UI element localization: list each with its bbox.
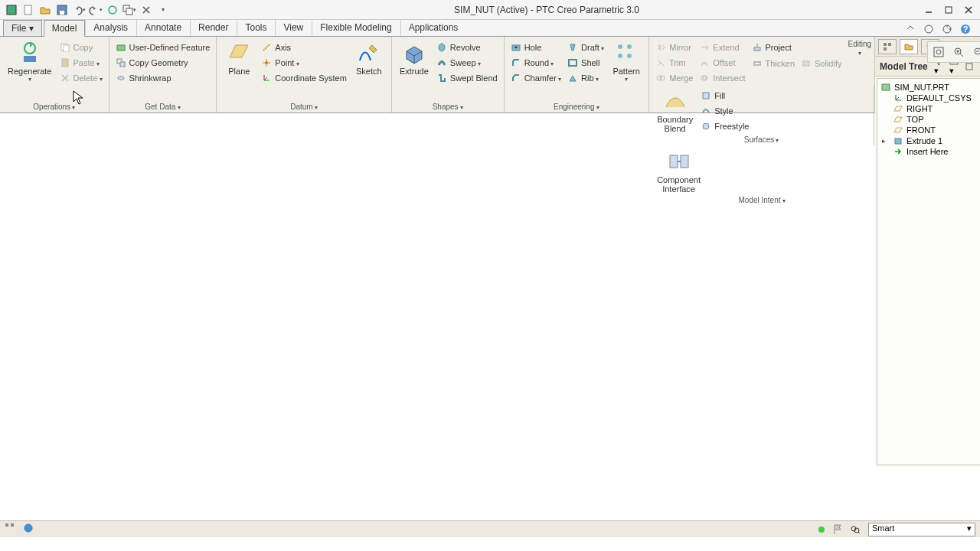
svg-point-46 <box>703 123 709 129</box>
windows-icon[interactable]: ▾ <box>122 3 136 17</box>
regenerate-button[interactable]: Regenerate ▾ <box>3 39 57 102</box>
tab-applications[interactable]: Applications <box>400 19 467 36</box>
tree-item-insert[interactable]: Insert Here <box>879 146 980 157</box>
file-tab[interactable]: File ▾ <box>3 20 42 36</box>
redo-icon[interactable]: ▾ <box>89 3 103 17</box>
qat-dropdown-icon[interactable]: ▾ <box>156 3 170 17</box>
svg-rect-44 <box>803 61 809 66</box>
tree-tab-navigator[interactable] <box>878 39 897 54</box>
copygeom-button[interactable]: Copy Geometry <box>113 56 214 70</box>
sweptblend-button[interactable]: Swept Blend <box>433 71 501 85</box>
shrinkwrap-button[interactable]: Shrinkwrap <box>113 71 214 85</box>
plane-tree-icon <box>893 126 903 135</box>
close-button[interactable] <box>963 5 974 15</box>
group-label-datum[interactable]: Datum <box>217 102 391 112</box>
draft-button[interactable]: Draft <box>564 41 607 54</box>
group-label-surfaces[interactable]: Surfaces <box>649 135 874 145</box>
close-window-icon[interactable] <box>139 3 153 17</box>
chamfer-button[interactable]: Chamfer <box>508 71 564 85</box>
status-flag-icon[interactable] <box>833 524 842 535</box>
help-icon[interactable]: ? <box>960 24 972 36</box>
save-icon[interactable] <box>55 3 69 17</box>
app-menu-icon[interactable] <box>5 3 18 17</box>
svg-rect-55 <box>966 64 972 70</box>
tree-item-extrude1[interactable]: ▸Extrude 1 <box>879 135 980 146</box>
tab-render[interactable]: Render <box>190 19 237 36</box>
group-label-shapes[interactable]: Shapes <box>392 102 504 112</box>
zoomin-icon[interactable] <box>949 44 968 60</box>
rib-button[interactable]: Rib <box>564 71 607 85</box>
extrude-button[interactable]: Extrude <box>395 39 433 102</box>
status-regen-indicator <box>818 526 825 533</box>
merge-button: Merge <box>652 71 696 85</box>
status-browser-icon[interactable] <box>23 523 37 536</box>
refresh-help-icon[interactable] <box>942 24 954 36</box>
sketch-button[interactable]: Sketch <box>350 39 388 102</box>
csys-icon <box>261 73 272 83</box>
refit-icon[interactable] <box>929 44 948 60</box>
round-icon <box>511 57 521 68</box>
tree-settings-icon[interactable] <box>965 62 974 71</box>
tree-item-csys[interactable]: DEFAULT_CSYS <box>879 93 980 103</box>
svg-rect-31 <box>569 60 577 66</box>
tree-root[interactable]: SIM_NUT.PRT <box>879 82 980 93</box>
tree-item-top[interactable]: TOP <box>879 114 980 125</box>
zoomout-icon[interactable] <box>969 44 980 60</box>
svg-point-37 <box>660 76 665 80</box>
csys-button[interactable]: Coordinate System <box>258 71 350 85</box>
tab-model[interactable]: Model <box>44 20 86 37</box>
quick-access-toolbar: ▾ ▾ ▾ ▾ <box>0 3 170 17</box>
new-icon[interactable] <box>21 3 35 17</box>
tree-tab-folder[interactable] <box>900 39 918 54</box>
regenerate-icon[interactable] <box>106 3 119 17</box>
compinterface-button[interactable]: Component Interface <box>652 148 705 195</box>
group-label-modelintent[interactable]: Model Intent <box>649 195 874 206</box>
tree-item-right[interactable]: RIGHT <box>879 103 980 114</box>
svg-rect-18 <box>117 45 125 51</box>
pattern-button[interactable]: Pattern ▾ <box>607 39 645 102</box>
learning-icon[interactable] <box>923 24 936 36</box>
maximize-button[interactable] <box>943 5 954 15</box>
expander-icon[interactable]: ▸ <box>882 137 890 145</box>
axis-button[interactable]: Axis <box>258 41 350 54</box>
status-tree-icon[interactable] <box>5 523 18 536</box>
tab-tools[interactable]: Tools <box>237 19 275 36</box>
search-commands-icon[interactable] <box>905 24 917 36</box>
group-label-getdata[interactable]: Get Data <box>109 102 217 112</box>
group-label-operations[interactable]: Operations <box>0 102 109 112</box>
offset-button: Offset <box>696 56 748 70</box>
fill-button[interactable]: Fill <box>697 89 752 103</box>
boundaryblend-button[interactable]: Boundary Blend <box>652 87 697 135</box>
status-find-icon[interactable] <box>850 524 861 535</box>
sweep-button[interactable]: Sweep <box>433 56 501 70</box>
undo-icon[interactable]: ▾ <box>72 3 86 17</box>
tab-annotate[interactable]: Annotate <box>136 19 190 36</box>
svg-point-88 <box>818 527 825 533</box>
point-button[interactable]: Point <box>258 56 350 70</box>
revolve-button[interactable]: Revolve <box>433 41 501 54</box>
tab-view[interactable]: View <box>275 19 312 36</box>
tab-flexible[interactable]: Flexible Modeling <box>312 19 400 36</box>
round-button[interactable]: Round <box>508 56 564 70</box>
style-button[interactable]: Style <box>697 104 752 118</box>
boundaryblend-icon <box>663 89 688 113</box>
svg-point-35 <box>627 54 632 58</box>
project-button[interactable]: Project <box>749 41 848 54</box>
udf-button[interactable]: User-Defined Feature <box>113 41 214 54</box>
freestyle-button[interactable]: Freestyle <box>697 119 752 133</box>
plane-button[interactable]: Plane <box>220 39 258 102</box>
tree-item-front[interactable]: FRONT <box>879 125 980 135</box>
group-engineering: Hole Round Chamfer Draft Shell Rib Patte… <box>505 37 650 112</box>
minimize-button[interactable] <box>923 5 934 15</box>
group-label-editing[interactable]: Editing <box>848 39 872 85</box>
sweptblend-icon <box>436 73 447 83</box>
selection-filter-dropdown[interactable]: Smart▾ <box>868 523 975 536</box>
open-icon[interactable] <box>38 3 52 17</box>
svg-line-27 <box>264 77 267 80</box>
group-label-engineering[interactable]: Engineering <box>505 102 649 112</box>
tab-analysis[interactable]: Analysis <box>85 19 136 36</box>
group-modelintent: Component Interface Model Intent <box>649 145 874 206</box>
shell-button[interactable]: Shell <box>564 56 607 70</box>
hole-button[interactable]: Hole <box>508 41 564 54</box>
plane-tree-icon <box>893 115 903 124</box>
